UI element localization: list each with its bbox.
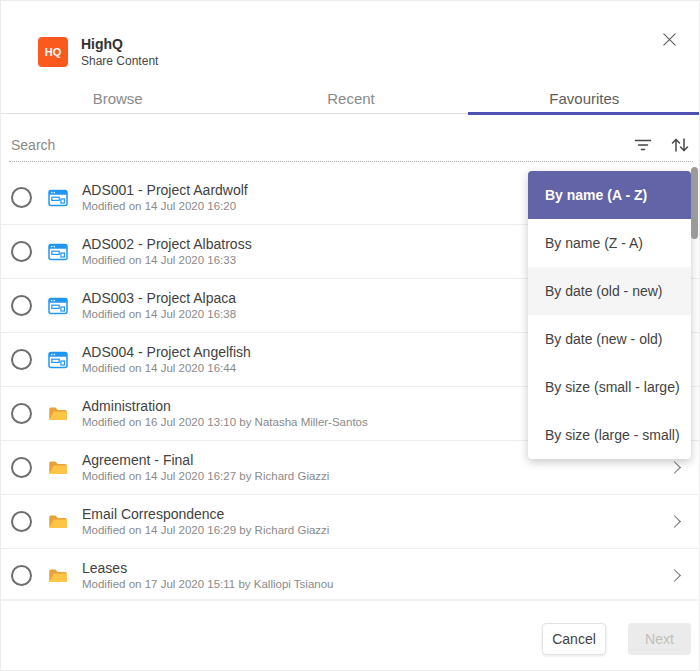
radio-button[interactable] (11, 457, 32, 478)
site-icon (48, 296, 68, 316)
item-title: ADS001 - Project Aardwolf (82, 182, 248, 198)
tab-label: Favourites (549, 90, 619, 107)
item-meta: Modified on 14 Jul 2020 16:20 (82, 200, 248, 213)
share-content-dialog: HQ HighQ Share Content Browse Recent Fav… (0, 0, 700, 671)
sort-option[interactable]: By date (new - old) (528, 315, 691, 363)
item-title: ADS003 - Project Alpaca (82, 290, 236, 306)
tab-label: Recent (327, 90, 375, 107)
site-icon (48, 242, 68, 262)
folder-icon (48, 404, 68, 424)
radio-button[interactable] (11, 295, 32, 316)
close-button[interactable] (655, 25, 683, 53)
sort-arrows-icon (669, 135, 691, 155)
tab-browse[interactable]: Browse (1, 83, 234, 113)
folder-icon (48, 512, 68, 532)
item-meta: Modified on 14 Jul 2020 16:29 by Richard… (82, 524, 329, 537)
sort-option[interactable]: By date (old - new) (528, 267, 691, 315)
tab-label: Browse (93, 90, 143, 107)
item-meta: Modified on 17 Jul 2020 15:11 by Kalliop… (82, 578, 333, 591)
item-meta: Modified on 16 Jul 2020 13:10 by Natasha… (82, 416, 368, 429)
item-title: ADS002 - Project Albatross (82, 236, 252, 252)
close-icon (661, 31, 678, 48)
next-button[interactable]: Next (628, 623, 691, 655)
tab-recent[interactable]: Recent (234, 83, 467, 113)
item-meta: Modified on 14 Jul 2020 16:27 by Richard… (82, 470, 329, 483)
filter-icon (633, 135, 653, 155)
item-title: Email Correspondence (82, 506, 329, 522)
site-icon (48, 350, 68, 370)
sort-option[interactable]: By name (Z - A) (528, 219, 691, 267)
tab-favourites[interactable]: Favourites (468, 83, 700, 113)
cancel-button[interactable]: Cancel (542, 623, 606, 655)
dialog-subtitle: Share Content (81, 54, 158, 68)
item-title: Leases (82, 560, 333, 576)
filter-button[interactable] (633, 135, 653, 155)
item-title: ADS004 - Project Angelfish (82, 344, 251, 360)
sort-option-label: By date (new - old) (545, 331, 663, 347)
highq-logo-text: HQ (45, 46, 62, 58)
tab-bar: Browse Recent Favourites (1, 83, 700, 114)
radio-button[interactable] (11, 565, 32, 586)
radio-button[interactable] (11, 241, 32, 262)
folder-icon (48, 458, 68, 478)
radio-button[interactable] (11, 511, 32, 532)
list-item[interactable]: Leases Modified on 17 Jul 2020 15:11 by … (1, 549, 700, 601)
chevron-right-icon[interactable] (668, 569, 681, 582)
item-title: Agreement - Final (82, 452, 329, 468)
sort-option-label: By size (large - small) (545, 427, 680, 443)
chevron-right-icon[interactable] (668, 461, 681, 474)
app-title: HighQ (81, 36, 123, 52)
radio-button[interactable] (11, 349, 32, 370)
chevron-right-icon[interactable] (668, 515, 681, 528)
scrollbar-thumb[interactable] (691, 167, 698, 239)
sort-option[interactable]: By size (small - large) (528, 363, 691, 411)
radio-button[interactable] (11, 187, 32, 208)
sort-option[interactable]: By name (A - Z) (528, 171, 691, 219)
highq-logo: HQ (38, 37, 68, 67)
site-icon (48, 188, 68, 208)
sort-menu: By name (A - Z) By name (Z - A) By date … (528, 171, 691, 459)
item-meta: Modified on 14 Jul 2020 16:38 (82, 308, 236, 321)
radio-button[interactable] (11, 403, 32, 424)
sort-option-label: By size (small - large) (545, 379, 680, 395)
sort-option-label: By name (Z - A) (545, 235, 643, 251)
dialog-footer: Cancel Next (1, 599, 700, 670)
search-input[interactable] (9, 137, 633, 153)
sort-button[interactable] (669, 135, 691, 155)
search-bar (9, 128, 693, 162)
list-item[interactable]: Email Correspondence Modified on 14 Jul … (1, 495, 700, 549)
sort-option-label: By date (old - new) (545, 283, 663, 299)
item-meta: Modified on 14 Jul 2020 16:44 (82, 362, 251, 375)
sort-option[interactable]: By size (large - small) (528, 411, 691, 459)
folder-icon (48, 566, 68, 586)
item-title: Administration (82, 398, 368, 414)
sort-option-label: By name (A - Z) (545, 187, 647, 203)
item-meta: Modified on 14 Jul 2020 16:33 (82, 254, 252, 267)
